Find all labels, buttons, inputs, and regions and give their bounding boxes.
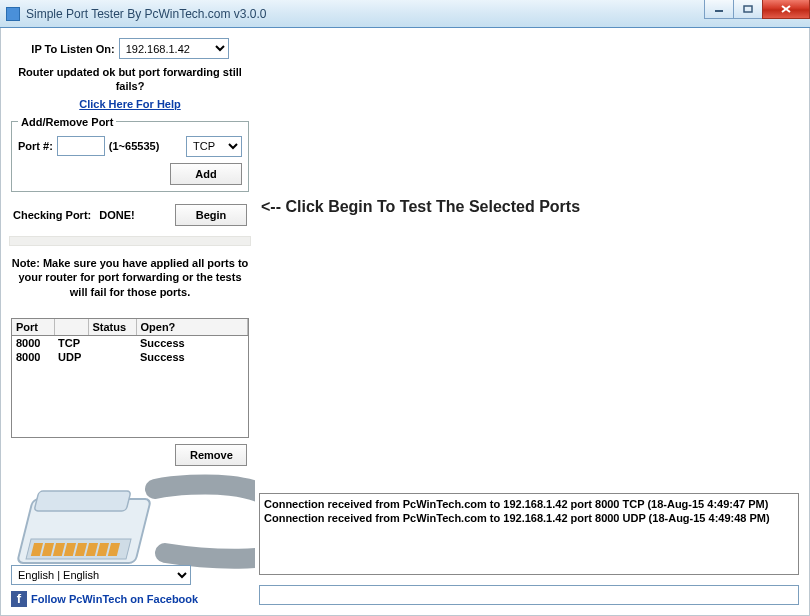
ip-select[interactable]: 192.168.1.42 xyxy=(119,38,229,59)
port-label: Port #: xyxy=(18,140,53,152)
maximize-icon xyxy=(743,5,753,13)
checking-label: Checking Port: xyxy=(13,209,91,221)
rj45-image xyxy=(15,461,255,571)
command-input[interactable] xyxy=(259,585,799,605)
progress-bar xyxy=(9,236,251,246)
svg-rect-6 xyxy=(34,491,131,511)
minimize-icon xyxy=(714,5,724,13)
minimize-button[interactable] xyxy=(704,0,734,19)
port-range: (1~65535) xyxy=(109,140,159,152)
col-status[interactable]: Status xyxy=(88,319,136,336)
add-remove-legend: Add/Remove Port xyxy=(18,116,116,128)
col-open[interactable]: Open? xyxy=(136,319,248,336)
log-line: Connection received from PcWinTech.com t… xyxy=(264,511,794,525)
window-buttons xyxy=(705,0,810,19)
col-port[interactable]: Port xyxy=(12,319,54,336)
router-message: Router updated ok but port forwarding st… xyxy=(7,63,253,96)
svg-rect-1 xyxy=(744,6,752,12)
port-input[interactable] xyxy=(57,136,105,156)
protocol-select[interactable]: TCP xyxy=(186,136,242,157)
col-proto[interactable] xyxy=(54,319,88,336)
results-table[interactable]: Port Status Open? 8000 TCP Success 8000 … xyxy=(11,318,249,438)
titlebar[interactable]: Simple Port Tester By PcWinTech.com v3.0… xyxy=(0,0,810,28)
table-row[interactable]: 8000 TCP Success xyxy=(12,336,248,351)
window-title: Simple Port Tester By PcWinTech.com v3.0… xyxy=(26,7,267,21)
table-row[interactable]: 8000 UDP Success xyxy=(12,350,248,364)
log-line: Connection received from PcWinTech.com t… xyxy=(264,497,794,511)
instruction-text: <-- Click Begin To Test The Selected Por… xyxy=(261,198,580,216)
facebook-icon: f xyxy=(11,591,27,607)
add-button[interactable]: Add xyxy=(170,163,242,185)
add-remove-fieldset: Add/Remove Port Port #: (1~65535) TCP Ad… xyxy=(11,116,249,192)
language-select[interactable]: English | English xyxy=(11,565,191,585)
begin-button[interactable]: Begin xyxy=(175,204,247,226)
help-link[interactable]: Click Here For Help xyxy=(7,98,253,110)
app-icon xyxy=(6,7,20,21)
close-icon xyxy=(780,4,792,14)
close-button[interactable] xyxy=(762,0,810,19)
checking-status: DONE! xyxy=(99,209,167,221)
note-text: Note: Make sure you have applied all por… xyxy=(7,256,253,301)
facebook-link[interactable]: Follow PcWinTech on Facebook xyxy=(31,593,198,605)
log-textarea[interactable]: Connection received from PcWinTech.com t… xyxy=(259,493,799,575)
ip-label: IP To Listen On: xyxy=(31,43,114,55)
maximize-button[interactable] xyxy=(733,0,763,19)
